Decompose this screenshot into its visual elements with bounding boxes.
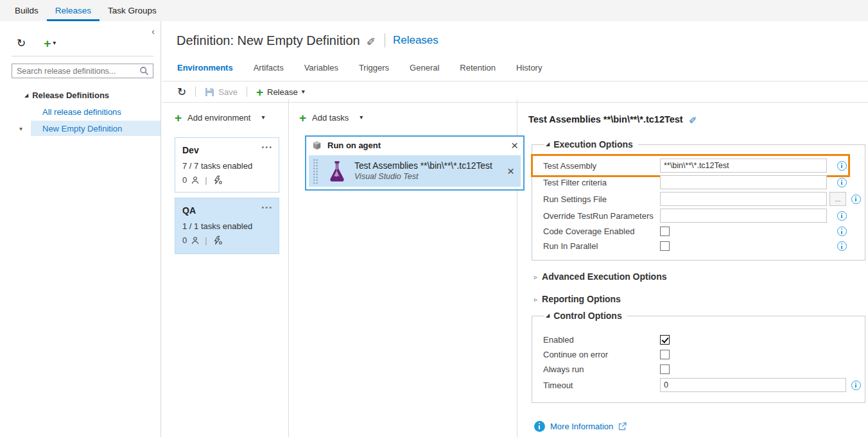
task-item-visual-studio-test[interactable]: Test Assemblies **\bin\**\*.tc12Test Vis… bbox=[309, 155, 521, 187]
trigger-settings-icon[interactable] bbox=[213, 236, 223, 245]
environment-name: Dev bbox=[182, 145, 272, 155]
tab-general[interactable]: General bbox=[410, 63, 439, 73]
field-label: Run In Parallel bbox=[543, 241, 660, 251]
chevron-down-icon: ▾ bbox=[53, 40, 56, 46]
edit-definition-name-icon[interactable]: ✎ bbox=[367, 34, 376, 47]
field-label: Override TestRun Parameters bbox=[543, 211, 660, 221]
info-icon[interactable] bbox=[837, 211, 847, 221]
plus-icon: + bbox=[299, 112, 306, 124]
field-label: Test Filter criteria bbox=[543, 178, 660, 187]
chevron-down-icon: ▾ bbox=[360, 114, 363, 121]
item-menu-caret-icon[interactable]: ▾ bbox=[19, 125, 31, 132]
tab-retention[interactable]: Retention bbox=[460, 63, 496, 73]
section-title: Control Options bbox=[553, 311, 622, 321]
nav-task-groups[interactable]: Task Groups bbox=[100, 0, 165, 21]
control-options-legend[interactable]: ◢ Control Options bbox=[544, 311, 627, 321]
save-button[interactable]: Save bbox=[205, 87, 238, 97]
environment-menu-icon[interactable]: ••• bbox=[261, 143, 273, 151]
new-definition-button[interactable]: + ▾ bbox=[44, 37, 56, 49]
environment-tasks-status: 7 / 7 tasks enabled bbox=[182, 161, 272, 171]
test-filter-criteria-input[interactable] bbox=[660, 175, 827, 189]
edit-task-name-icon[interactable]: ✎ bbox=[689, 114, 697, 125]
environments-content: + Add environment ▾ Dev ••• 7 / 7 tasks … bbox=[162, 99, 868, 437]
sidebar-refresh-icon[interactable]: ↻ bbox=[17, 38, 26, 49]
section-collapsed-icon: ▹ bbox=[534, 296, 537, 303]
enabled-checkbox[interactable] bbox=[660, 335, 670, 345]
section-expanded-icon: ◢ bbox=[546, 313, 550, 318]
info-icon[interactable] bbox=[837, 178, 847, 187]
tree-item-selected[interactable]: New Empty Definition bbox=[31, 121, 161, 136]
environment-tasks-status: 1 / 1 tasks enabled bbox=[182, 221, 272, 231]
plus-icon: + bbox=[44, 37, 51, 49]
more-information-link[interactable]: More Information bbox=[534, 421, 865, 432]
tab-environments[interactable]: Environments bbox=[177, 63, 233, 73]
tab-history[interactable]: History bbox=[516, 63, 542, 73]
continue-on-error-checkbox[interactable] bbox=[660, 350, 670, 359]
plus-icon: + bbox=[175, 112, 182, 124]
always-run-checkbox[interactable] bbox=[660, 364, 670, 374]
field-row-enabled: Enabled bbox=[543, 332, 865, 347]
info-icon[interactable] bbox=[851, 194, 861, 204]
field-row-code-coverage-enabled: Code Coverage Enabled bbox=[543, 224, 865, 239]
execution-options-legend[interactable]: ◢ Execution Options bbox=[544, 139, 638, 150]
releases-breadcrumb-link[interactable]: Releases bbox=[393, 34, 438, 47]
tab-triggers[interactable]: Triggers bbox=[359, 63, 389, 73]
run-settings-file-input[interactable] bbox=[660, 192, 827, 206]
tree-item-all-release-definitions[interactable]: All release definitions bbox=[0, 103, 161, 120]
task-title: Test Assemblies **\bin\**\*.tc12Test bbox=[354, 161, 507, 171]
more-information-label: More Information bbox=[550, 422, 613, 431]
agent-cube-icon bbox=[312, 141, 322, 150]
section-reporting-options[interactable]: ▹ Reporting Options bbox=[534, 293, 865, 305]
trigger-settings-icon[interactable] bbox=[213, 175, 223, 185]
info-icon[interactable] bbox=[851, 381, 861, 390]
browse-button[interactable]: ... bbox=[829, 192, 846, 206]
run-on-agent-header[interactable]: Run on agent × bbox=[306, 137, 523, 154]
search-box bbox=[12, 64, 153, 78]
field-label: Always run bbox=[543, 364, 660, 374]
remove-task-icon[interactable]: × bbox=[507, 165, 514, 177]
sidebar-collapse-icon[interactable]: ‹ bbox=[152, 26, 155, 36]
release-menu-button[interactable]: + Release ▾ bbox=[256, 86, 305, 98]
search-icon[interactable] bbox=[139, 66, 149, 76]
field-row-timeout: Timeout bbox=[543, 377, 865, 393]
add-environment-button[interactable]: + Add environment ▾ bbox=[175, 111, 288, 124]
nav-builds[interactable]: Builds bbox=[6, 0, 47, 21]
section-collapsed-icon: ▹ bbox=[534, 273, 537, 280]
section-advanced-execution-options[interactable]: ▹ Advanced Execution Options bbox=[534, 270, 865, 283]
approvers-count: 0 bbox=[182, 236, 187, 245]
field-row-test-filter-criteria: Test Filter criteria bbox=[543, 174, 865, 191]
release-label: Release bbox=[267, 87, 298, 97]
control-options-group: ◢ Control Options Enabled Continue on er… bbox=[532, 311, 865, 403]
save-label: Save bbox=[218, 87, 238, 97]
add-tasks-button[interactable]: + Add tasks ▾ bbox=[299, 111, 517, 124]
tab-variables[interactable]: Variables bbox=[304, 63, 338, 73]
field-label: Code Coverage Enabled bbox=[543, 227, 660, 236]
definition-tabs: Environments Artifacts Variables Trigger… bbox=[162, 60, 868, 75]
info-icon[interactable] bbox=[837, 227, 847, 236]
tree-root-release-definitions[interactable]: ◢ Release Definitions bbox=[0, 87, 161, 103]
test-assembly-input[interactable] bbox=[660, 159, 827, 173]
nav-releases[interactable]: Releases bbox=[47, 0, 100, 21]
run-in-parallel-checkbox[interactable] bbox=[660, 241, 670, 251]
section-title: Execution Options bbox=[553, 139, 633, 150]
field-label: Run Settings File bbox=[543, 194, 660, 204]
drag-handle[interactable] bbox=[313, 159, 318, 184]
chevron-down-icon: ▾ bbox=[261, 114, 265, 121]
tree-item-new-empty-definition: ▾ New Empty Definition bbox=[0, 121, 161, 136]
info-icon[interactable] bbox=[837, 241, 847, 251]
override-testrun-parameters-input[interactable] bbox=[660, 209, 827, 223]
timeout-input[interactable] bbox=[660, 378, 846, 392]
field-row-always-run: Always run bbox=[543, 362, 865, 377]
refresh-button[interactable]: ↻ bbox=[177, 87, 186, 98]
search-input[interactable] bbox=[17, 67, 139, 76]
approvers-count: 0 bbox=[182, 175, 187, 185]
tab-artifacts[interactable]: Artifacts bbox=[254, 63, 284, 73]
field-label: Enabled bbox=[543, 335, 660, 345]
code-coverage-checkbox[interactable] bbox=[660, 227, 670, 236]
field-label: Timeout bbox=[543, 381, 660, 390]
info-icon[interactable] bbox=[837, 161, 847, 171]
environment-menu-icon[interactable]: ••• bbox=[261, 203, 273, 211]
plus-icon: + bbox=[256, 86, 263, 98]
environment-card-dev[interactable]: Dev ••• 7 / 7 tasks enabled 0 | bbox=[175, 137, 279, 193]
environment-card-qa[interactable]: QA ••• 1 / 1 tasks enabled 0 | bbox=[175, 198, 279, 254]
